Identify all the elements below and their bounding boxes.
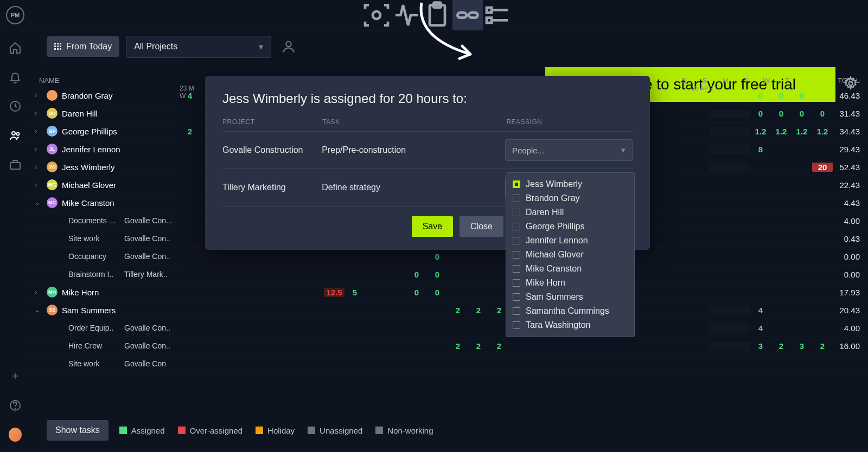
- workload-cell[interactable]: [812, 145, 833, 154]
- workload-cell[interactable]: [792, 306, 812, 315]
- task-row[interactable]: Hire CrewGovalle Con..222323216.00: [30, 337, 868, 355]
- workload-cell[interactable]: 0: [750, 91, 771, 100]
- workload-cell[interactable]: [448, 252, 468, 261]
- checkbox[interactable]: [513, 265, 520, 273]
- dropdown-item[interactable]: Brandon Gray: [513, 191, 628, 205]
- workload-cell[interactable]: [303, 270, 324, 279]
- workload-cell[interactable]: 2: [468, 341, 489, 351]
- workload-cell[interactable]: [654, 252, 674, 261]
- workload-cell[interactable]: [812, 324, 833, 333]
- workload-cell[interactable]: [633, 252, 654, 261]
- workload-cell[interactable]: [654, 127, 674, 136]
- workload-cell[interactable]: [241, 341, 262, 351]
- workload-cell[interactable]: [468, 252, 489, 261]
- task-row[interactable]: Brainstorm I..Tillery Mark..000.00: [30, 266, 868, 283]
- workload-cell[interactable]: [344, 252, 365, 261]
- workload-cell[interactable]: 2: [468, 306, 489, 315]
- workload-cell[interactable]: [730, 306, 750, 315]
- workload-cell[interactable]: [241, 270, 262, 279]
- workload-cell[interactable]: [633, 270, 654, 279]
- home-icon[interactable]: [9, 41, 22, 54]
- workload-cell[interactable]: 4: [750, 324, 771, 333]
- chevron-icon[interactable]: ›: [35, 181, 42, 189]
- workload-cell[interactable]: [365, 252, 386, 261]
- workload-cell[interactable]: 3: [750, 341, 771, 351]
- workload-cell[interactable]: [468, 270, 489, 279]
- workload-cell[interactable]: 3: [792, 341, 812, 351]
- workload-cell[interactable]: [303, 288, 324, 297]
- workload-cell[interactable]: [386, 341, 406, 351]
- workload-cell[interactable]: 12.5: [324, 288, 344, 297]
- workload-cell[interactable]: [262, 288, 283, 297]
- workload-cell[interactable]: [771, 163, 792, 172]
- projects-select[interactable]: All Projects ▾: [126, 36, 271, 58]
- checkbox[interactable]: [513, 251, 520, 259]
- task-row[interactable]: Site workGovalle Con: [30, 355, 868, 373]
- workload-cell[interactable]: [180, 341, 200, 351]
- workload-cell[interactable]: [200, 252, 221, 261]
- checkbox[interactable]: [513, 195, 520, 202]
- workload-cell[interactable]: [283, 341, 303, 351]
- workload-cell[interactable]: [730, 163, 750, 172]
- bell-icon[interactable]: [9, 70, 22, 83]
- workload-cell[interactable]: [709, 109, 730, 118]
- workload-cell[interactable]: [344, 306, 365, 315]
- workload-cell[interactable]: [180, 216, 200, 225]
- workload-cell[interactable]: [730, 91, 750, 100]
- workload-cell[interactable]: [365, 341, 386, 351]
- checkbox[interactable]: [513, 237, 520, 244]
- workload-cell[interactable]: [551, 341, 571, 351]
- person-row[interactable]: ⌄SSSam Summers222420.43: [30, 301, 868, 319]
- dropdown-item[interactable]: Sam Summers: [513, 290, 628, 304]
- workload-cell[interactable]: [771, 145, 792, 154]
- workload-cell[interactable]: [386, 306, 406, 315]
- workload-cell[interactable]: [730, 127, 750, 136]
- chevron-icon[interactable]: ›: [35, 109, 42, 117]
- dropdown-item[interactable]: Michael Glover: [513, 248, 628, 262]
- workload-cell[interactable]: [448, 288, 468, 297]
- workload-cell[interactable]: [730, 324, 750, 333]
- workload-cell[interactable]: [654, 341, 674, 351]
- workload-cell[interactable]: [709, 145, 730, 154]
- workload-cell[interactable]: [709, 324, 730, 333]
- workload-cell[interactable]: [654, 288, 674, 297]
- workload-cell[interactable]: [221, 270, 241, 279]
- workload-cell[interactable]: [262, 270, 283, 279]
- person-row[interactable]: ›MHMike Horn12.550017.93: [30, 283, 868, 301]
- clock-icon[interactable]: [9, 100, 22, 113]
- workload-cell[interactable]: [324, 341, 344, 351]
- workload-cell[interactable]: [262, 341, 283, 351]
- workload-cell[interactable]: [654, 216, 674, 225]
- workload-cell[interactable]: [200, 306, 221, 315]
- briefcase-icon[interactable]: [9, 158, 22, 171]
- chevron-icon[interactable]: ›: [35, 288, 42, 296]
- workload-cell[interactable]: [633, 288, 654, 297]
- chevron-icon[interactable]: ›: [35, 163, 42, 171]
- workload-cell[interactable]: [180, 306, 200, 315]
- workload-cell[interactable]: 0: [771, 91, 792, 100]
- workload-cell[interactable]: [386, 288, 406, 297]
- dropdown-item[interactable]: Tara Washington: [513, 318, 628, 332]
- workload-cell[interactable]: [262, 306, 283, 315]
- workload-cell[interactable]: 1.2: [792, 127, 812, 136]
- workload-cell[interactable]: [221, 341, 241, 351]
- workload-cell[interactable]: 0: [792, 91, 812, 100]
- workload-cell[interactable]: 5: [344, 288, 365, 297]
- workload-cell[interactable]: [180, 252, 200, 261]
- chevron-icon[interactable]: ›: [35, 145, 42, 153]
- workload-cell[interactable]: [344, 270, 365, 279]
- task-row[interactable]: OccupancyGovalle Con..00.00: [30, 248, 868, 266]
- workload-cell[interactable]: [324, 252, 344, 261]
- chevron-icon[interactable]: ⌄: [35, 306, 42, 314]
- people-dropdown[interactable]: Jess WimberlyBrandon GrayDaren HillGeorg…: [506, 172, 635, 337]
- workload-cell[interactable]: [654, 270, 674, 279]
- workload-cell[interactable]: 2: [489, 341, 509, 351]
- workload-cell[interactable]: [221, 288, 241, 297]
- chevron-icon[interactable]: ⌄: [35, 199, 42, 206]
- workload-cell[interactable]: [812, 306, 833, 315]
- task-row[interactable]: Order Equip..Govalle Con..44.00: [30, 319, 868, 337]
- workload-cell[interactable]: [709, 341, 730, 351]
- workload-cell[interactable]: [448, 270, 468, 279]
- people-icon[interactable]: [9, 129, 22, 142]
- workload-cell[interactable]: 1.2: [812, 127, 833, 136]
